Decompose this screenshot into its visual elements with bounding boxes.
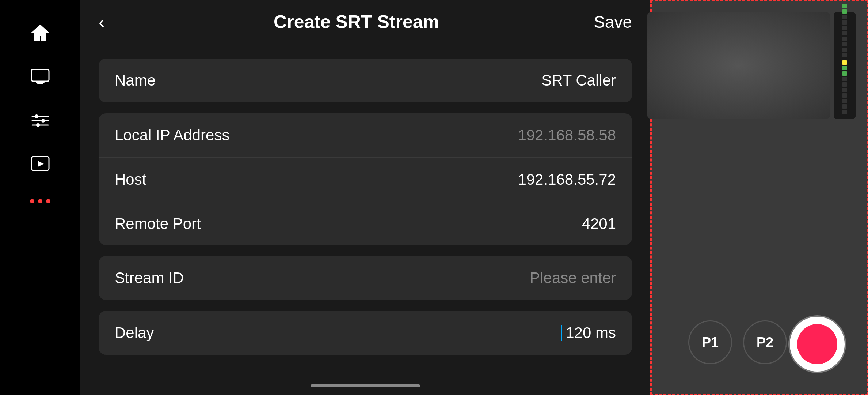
- svg-marker-10: [38, 161, 44, 167]
- local-ip-row[interactable]: Local IP Address 192.168.58.58: [99, 113, 632, 157]
- stream-id-label: Stream ID: [115, 269, 530, 287]
- delay-label: Delay: [115, 324, 561, 342]
- name-label: Name: [115, 72, 541, 89]
- header: ‹ Create SRT Stream Save: [80, 0, 650, 44]
- save-button[interactable]: Save: [594, 12, 632, 32]
- vu-channel-1: [841, 4, 848, 57]
- delay-text: 120 ms: [566, 324, 616, 342]
- svg-rect-1: [37, 83, 43, 84]
- page-title: Create SRT Stream: [119, 11, 594, 33]
- remote-port-label: Remote Port: [115, 215, 582, 233]
- stream-id-card: Stream ID Please enter: [99, 256, 632, 300]
- delay-card: Delay 120 ms: [99, 311, 632, 355]
- name-card: Name SRT Caller: [99, 59, 632, 102]
- host-label: Host: [115, 171, 518, 188]
- name-row[interactable]: Name SRT Caller: [99, 59, 632, 102]
- vu-channel-2: [841, 60, 848, 114]
- sliders-icon[interactable]: [29, 110, 51, 132]
- host-row[interactable]: Host 192.168.55.72: [99, 157, 632, 202]
- monitor-icon[interactable]: [29, 66, 51, 88]
- remote-port-value: 4201: [582, 215, 616, 233]
- stream-id-row[interactable]: Stream ID Please enter: [99, 256, 632, 300]
- network-card: Local IP Address 192.168.58.58 Host 192.…: [99, 113, 632, 245]
- svg-rect-0: [31, 69, 49, 81]
- svg-point-12: [38, 199, 42, 203]
- svg-point-8: [36, 123, 40, 127]
- local-ip-value: 192.168.58.58: [518, 127, 616, 144]
- delay-row[interactable]: Delay 120 ms: [99, 311, 632, 355]
- sidebar: [0, 0, 80, 395]
- play-icon[interactable]: [29, 154, 51, 176]
- main-panel: ‹ Create SRT Stream Save Name SRT Caller…: [80, 0, 650, 395]
- record-button[interactable]: [790, 317, 845, 372]
- svg-point-11: [30, 199, 34, 203]
- home-icon[interactable]: [29, 22, 51, 44]
- video-preview: [647, 12, 830, 118]
- svg-point-13: [46, 199, 50, 203]
- name-value: SRT Caller: [541, 72, 616, 89]
- back-button[interactable]: ‹: [99, 12, 104, 32]
- record-inner: [797, 324, 837, 364]
- svg-rect-2: [36, 81, 45, 83]
- scroll-indicator: [311, 384, 420, 387]
- more-icon[interactable]: [29, 198, 51, 205]
- delay-value: 120 ms: [561, 324, 616, 342]
- host-value: 192.168.55.72: [518, 171, 616, 188]
- preset-p2-button[interactable]: P2: [743, 320, 787, 364]
- local-ip-label: Local IP Address: [115, 127, 518, 144]
- camera-panel: P1 P2 P+: [650, 0, 868, 395]
- vu-meter: [834, 12, 856, 118]
- svg-point-6: [35, 114, 38, 118]
- stream-id-value: Please enter: [530, 269, 616, 287]
- form-area: Name SRT Caller Local IP Address 192.168…: [80, 44, 650, 380]
- delay-cursor: [561, 325, 562, 341]
- preset-p1-button[interactable]: P1: [688, 320, 732, 364]
- svg-point-7: [41, 119, 45, 123]
- remote-port-row[interactable]: Remote Port 4201: [99, 202, 632, 245]
